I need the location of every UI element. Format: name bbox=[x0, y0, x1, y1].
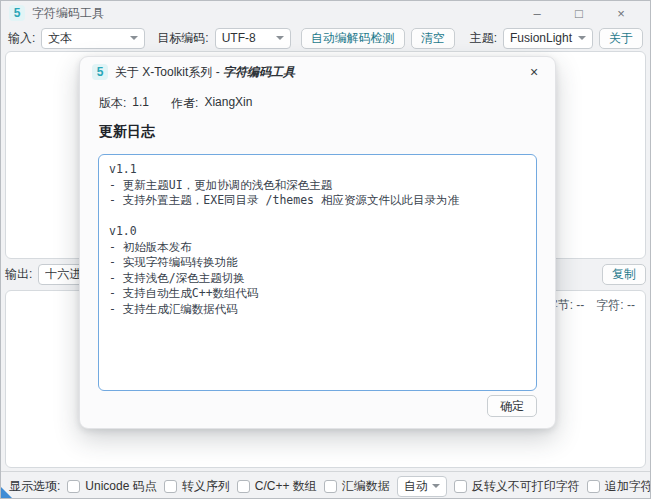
checkbox-escape-sequence[interactable]: 转义序列 bbox=[164, 478, 230, 495]
dialog-close-icon[interactable]: × bbox=[523, 62, 545, 82]
checkbox-unescape-nonprintable[interactable]: 反转义不可打印字符 bbox=[454, 478, 580, 495]
clear-button[interactable]: 清空 bbox=[411, 28, 455, 49]
version-value: 1.1 bbox=[132, 95, 149, 112]
asm-mode-select[interactable]: 自动 bbox=[397, 476, 447, 497]
minimize-icon[interactable]: – bbox=[516, 2, 558, 24]
chevron-down-icon bbox=[130, 36, 138, 40]
top-toolbar: 输入: 文本 目标编码: UTF-8 自动编解码检测 清空 主题: Fusion… bbox=[1, 25, 650, 51]
ok-button[interactable]: 确定 bbox=[487, 395, 537, 417]
theme-value: FusionLight bbox=[510, 31, 574, 45]
checkbox-label: 汇编数据 bbox=[342, 478, 390, 495]
checkbox-icon[interactable] bbox=[324, 480, 337, 493]
app-logo-icon: 5 bbox=[9, 5, 25, 21]
app-logo-icon: 5 bbox=[92, 64, 108, 80]
checkbox-c-array[interactable]: C/C++ 数组 bbox=[237, 478, 317, 495]
checkbox-label: 反转义不可打印字符 bbox=[472, 478, 580, 495]
checkbox-icon[interactable] bbox=[67, 480, 80, 493]
checkbox-icon[interactable] bbox=[237, 480, 250, 493]
stats-readout: 字节: -- 字符: -- bbox=[546, 297, 635, 314]
checkbox-label: Unicode 码点 bbox=[85, 478, 156, 495]
dialog-title-appname: 字符编码工具 bbox=[223, 65, 295, 79]
changelog-textarea[interactable]: v1.1 - 更新主题UI，更加协调的浅色和深色主题 - 支持外置主题，EXE同… bbox=[98, 154, 537, 391]
input-mode-value: 文本 bbox=[48, 30, 126, 47]
target-encoding-select[interactable]: UTF-8 bbox=[215, 28, 291, 49]
target-encoding-value: UTF-8 bbox=[222, 31, 272, 45]
version-row: 版本: 1.1 作者: XiangXin bbox=[99, 95, 252, 112]
input-label: 输入: bbox=[8, 30, 35, 47]
display-options-label: 显示选项: bbox=[9, 478, 60, 495]
asm-mode-value: 自动 bbox=[404, 478, 428, 495]
app-window: 5 字符编码工具 – □ × 输入: 文本 目标编码: UTF-8 自动编解码检… bbox=[0, 0, 651, 499]
checkbox-label: 追加字符串结尾 NUL bbox=[605, 478, 651, 495]
checkbox-unicode-codepoint[interactable]: Unicode 码点 bbox=[67, 478, 156, 495]
title-bar: 5 字符编码工具 – □ × bbox=[1, 1, 650, 25]
author-label: 作者: bbox=[171, 95, 198, 112]
auto-detect-button[interactable]: 自动编解码检测 bbox=[301, 28, 405, 49]
author-value: XiangXin bbox=[204, 95, 252, 112]
copy-button[interactable]: 复制 bbox=[602, 264, 646, 285]
changelog-heading: 更新日志 bbox=[99, 123, 155, 141]
about-button[interactable]: 关于 bbox=[599, 28, 643, 49]
about-dialog: 5 关于 X-Toolkit系列 - 字符编码工具 × 版本: 1.1 作者: … bbox=[79, 56, 556, 429]
window-title: 字符编码工具 bbox=[32, 5, 104, 22]
checkbox-icon[interactable] bbox=[454, 480, 467, 493]
target-encoding-label: 目标编码: bbox=[157, 30, 208, 47]
version-row-gap bbox=[155, 95, 165, 112]
display-options-bar: 显示选项: Unicode 码点 转义序列 C/C++ 数组 汇编数据 自动 反… bbox=[1, 471, 650, 499]
checkbox-icon[interactable] bbox=[164, 480, 177, 493]
input-mode-select[interactable]: 文本 bbox=[41, 28, 145, 49]
checkbox-label: 转义序列 bbox=[182, 478, 230, 495]
output-label: 输出: bbox=[5, 266, 32, 283]
resize-grip-icon[interactable] bbox=[1, 487, 12, 498]
checkbox-icon[interactable] bbox=[587, 480, 600, 493]
version-label: 版本: bbox=[99, 95, 126, 112]
close-icon[interactable]: × bbox=[600, 2, 642, 24]
checkbox-asm-data[interactable]: 汇编数据 bbox=[324, 478, 390, 495]
chevron-down-icon bbox=[276, 36, 284, 40]
dialog-title-bar: 5 关于 X-Toolkit系列 - 字符编码工具 × bbox=[80, 57, 555, 83]
dialog-title: 关于 X-Toolkit系列 - 字符编码工具 bbox=[115, 64, 295, 81]
window-controls: – □ × bbox=[516, 2, 642, 24]
dialog-title-prefix: 关于 X-Toolkit系列 - bbox=[115, 65, 223, 79]
theme-select[interactable]: FusionLight bbox=[503, 28, 593, 49]
chars-stat: 字符: -- bbox=[596, 297, 635, 314]
theme-label: 主题: bbox=[470, 30, 497, 47]
chevron-down-icon bbox=[578, 36, 586, 40]
checkbox-label: C/C++ 数组 bbox=[255, 478, 317, 495]
checkbox-append-nul[interactable]: 追加字符串结尾 NUL bbox=[587, 478, 651, 495]
maximize-icon[interactable]: □ bbox=[558, 2, 600, 24]
chevron-down-icon bbox=[432, 484, 440, 488]
